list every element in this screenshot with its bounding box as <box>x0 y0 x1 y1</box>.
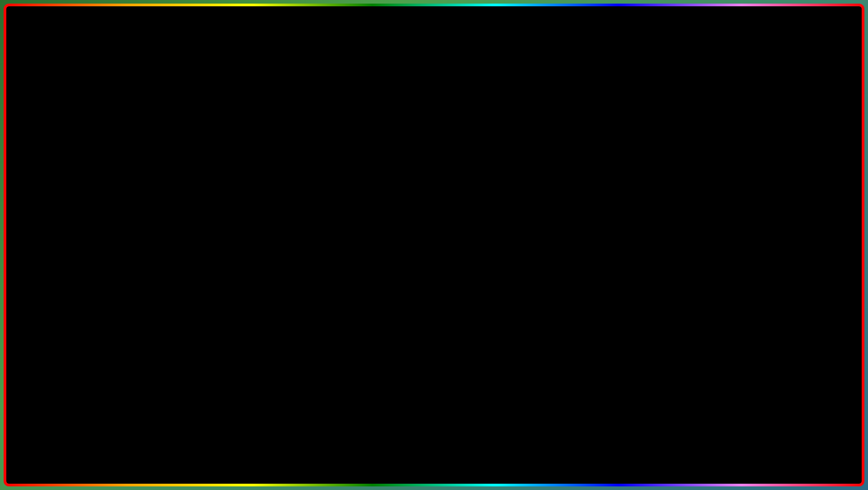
sidebar-main[interactable]: ✓MAIN <box>118 195 172 208</box>
sidebar-local-player[interactable]: ✓LOCAL PLAYER <box>118 208 172 227</box>
row-auto-quest: Auto Quest ✓ <box>177 277 318 290</box>
update-label: UPDATE <box>22 431 168 472</box>
tab-stars[interactable]: ★Stars <box>685 153 708 161</box>
plat-win-buttons <box>743 142 763 147</box>
zer0-farm-range: Farm range <box>368 250 518 264</box>
sidebar-star[interactable]: ✓STAR <box>118 227 172 239</box>
yuto-sidebar: ✓MAIN ✓LOCAL PLAYER ✓STAR ✓TT/MT/DF ✓Tel… <box>118 192 172 319</box>
nav-autofarm[interactable]: AutoFarm <box>64 156 88 162</box>
zer0-autofarm-tab[interactable]: AutoFarm <box>368 188 518 196</box>
sidebar-webhook[interactable]: ✓Webhook <box>118 290 172 302</box>
plat-header: Platinium - Anime Fighters Simulator - [… <box>631 138 768 151</box>
title-area: ANIME FIGHTERS SIMULATOR <box>0 9 868 114</box>
auto-quest-label: Auto Quest <box>177 281 204 287</box>
sidebar-dungeon[interactable]: ✓DUNGEON <box>118 277 172 290</box>
sidebar-auto-raid[interactable]: ✓AUTO RAID <box>118 264 172 277</box>
auto-skip-room-label: Auto Skip Room <box>66 249 108 256</box>
zer0-close-btn[interactable]: ✕ <box>509 178 514 184</box>
script-label: SCRIPT <box>226 431 358 472</box>
zer0-header: ≡ Zer0 Hub | AFS ↑ ↓ — ✕ <box>368 174 518 188</box>
tab-more[interactable]: ★M... <box>635 162 655 170</box>
auto-farm-mob-checkbox[interactable]: ✓ <box>310 254 318 262</box>
row-auto-farm-all: AUTO FARM All Mob In distance <box>177 264 318 277</box>
yuto-body: ✓MAIN ✓LOCAL PLAYER ✓STAR ✓TT/MT/DF ✓Tel… <box>118 192 322 319</box>
refresh-enemies-btn[interactable]: Refresh <box>488 214 514 223</box>
tab-raid[interactable]: ★Raid <box>732 153 754 161</box>
tab-main[interactable]: ★Main <box>661 153 684 161</box>
plat-close-btn[interactable] <box>758 142 763 147</box>
nav-misc[interactable]: Misc <box>112 156 123 162</box>
enemy-select-dropdown[interactable]: Enemy Select (Otogakure1) ▼ <box>372 199 449 208</box>
plat-minimize-btn[interactable] <box>743 142 748 147</box>
sidebar-sky[interactable]: 👤Sky <box>118 302 172 316</box>
farm-switch-delay-label: Farm switch delay <box>470 268 514 274</box>
zer0-remove-click-limit: Remove Click Limit <box>368 300 518 312</box>
auto-collect-checkbox[interactable] <box>507 315 514 321</box>
plat-list-section: List <box>631 209 768 218</box>
zer0-minimize-btn[interactable]: — <box>499 178 505 184</box>
auto-clickdamage-label: Auto ClickDamage <box>66 182 115 188</box>
autofarm-farm-checkbox[interactable] <box>507 291 514 297</box>
pc-distance-input[interactable] <box>177 224 318 235</box>
sidebar-teleport[interactable]: ✓Teleport <box>118 252 172 264</box>
sssss-title: SSSSS <box>64 138 188 143</box>
plat-enemies-detected: ies Detected <box>631 184 768 196</box>
plat-maximize-btn[interactable] <box>750 142 756 147</box>
zer0-controls: ↑ ↓ — ✕ <box>486 178 514 184</box>
sssss-header: SSSSS HUB <box>60 135 192 153</box>
bottom-text: UPDATE 36 SCRIPT PASTEBIN <box>22 431 846 472</box>
autofarm-farm-label: AutoFarm <box>372 291 396 297</box>
tab-home[interactable]: ★Home <box>635 153 660 161</box>
yuto-close-btn[interactable]: ✕ <box>308 180 317 187</box>
auto-quest-checkbox[interactable]: ✓ <box>310 280 318 288</box>
remove-click-limit-label: Remove Click Limit <box>372 303 419 309</box>
row-auto-farm-tp: AUTO FARM TP Mob Select ✓ <box>177 238 318 251</box>
logo-icon: ⚔️🐉 <box>786 419 842 445</box>
plat-settings-label[interactable]: settings ✓ <box>635 175 658 181</box>
zer0-down-btn[interactable]: ↓ <box>492 178 496 184</box>
zer0-autofarm-toggle: AutoFarm <box>368 288 518 300</box>
zer0-attack-anything: Attack anything <box>368 238 518 250</box>
auto-meteor-label: Auto Meteor <box>66 222 98 229</box>
mobile-distance-input[interactable] <box>177 203 204 214</box>
sidebar-tt-mt-df[interactable]: ✓TT/MT/DF <box>118 239 172 252</box>
auto-farm-mob-label: AUTO FARM Mob Select <box>177 254 237 261</box>
zer0-up-btn[interactable]: ↑ <box>486 178 489 184</box>
row-auto-farm-mob: AUTO FARM Mob Select ✓ <box>177 251 318 264</box>
plat-enemy-badge-row: Evil Ninja 3 ▲ <box>631 196 768 209</box>
plat-settings-row: settings ✓ <box>631 173 768 184</box>
remove-click-limit-checkbox[interactable] <box>507 303 514 309</box>
yuto-header: YUTO HUB [UPD 36 + 👤 + x5] Anime Fighter… <box>118 177 322 192</box>
farm-range-input[interactable] <box>372 253 399 261</box>
nav-setting[interactable]: Setting <box>130 156 147 162</box>
yuto-title: YUTO HUB <box>124 180 157 187</box>
attack-anything-checkbox[interactable] <box>507 241 514 247</box>
auto-farm-all-checkbox[interactable] <box>310 267 318 275</box>
farm-switch-delay-input[interactable] <box>372 267 399 275</box>
auto-collect-label: Auto Collect <box>372 315 402 321</box>
zer0-enemy-select: Enemy Select (Otogakure1) ▼ <box>368 196 518 211</box>
yuto-subtitle: [UPD 36 + 👤 + x5] Anime Fighters Simu... <box>161 181 298 187</box>
pastebin-label: PASTEBIN <box>367 431 546 472</box>
plat-tabs: ★Home ★Main ★Stars ★Trial ★Raid ★M... <box>631 151 768 173</box>
features-label: features <box>177 290 318 298</box>
zer0-title: Zer0 Hub | AFS <box>410 178 452 184</box>
tp-when-farm-label: Tp When Farm <box>372 229 408 235</box>
auto-time-trail-label: Auto Time Trail <box>66 236 105 242</box>
tp-when-farm-checkbox[interactable] <box>507 229 514 235</box>
select-monster-label: Select Monster <box>66 209 105 215</box>
tab-trial[interactable]: ★Trial <box>709 153 731 161</box>
sssss-nav: AutoFarm Egg Misc Setting <box>60 153 192 165</box>
nav-egg[interactable]: Egg <box>95 156 105 162</box>
title-line2: SIMULATOR <box>0 67 868 114</box>
auto-farm-tp-checkbox[interactable]: ✓ <box>310 241 318 249</box>
yuto-content: Distance Select for farm (Mobile) Distan… <box>172 192 322 319</box>
plat-title: Platinium - Anime Fighters Simulator - [… <box>635 141 742 147</box>
logo-title: ANIMEFIGHTERS <box>798 447 830 463</box>
update-number: 36 <box>177 431 217 472</box>
auto-farm-tp-label: AUTO FARM TP Mob Select <box>177 241 245 248</box>
auto-farm-all-label: AUTO FARM All Mob In distance <box>177 267 255 274</box>
autofarm-toggle[interactable] <box>173 169 186 175</box>
yuto-minimize-btn[interactable]: — <box>298 180 308 187</box>
zer0-tp-when-farm: Tp When Farm <box>368 226 518 238</box>
